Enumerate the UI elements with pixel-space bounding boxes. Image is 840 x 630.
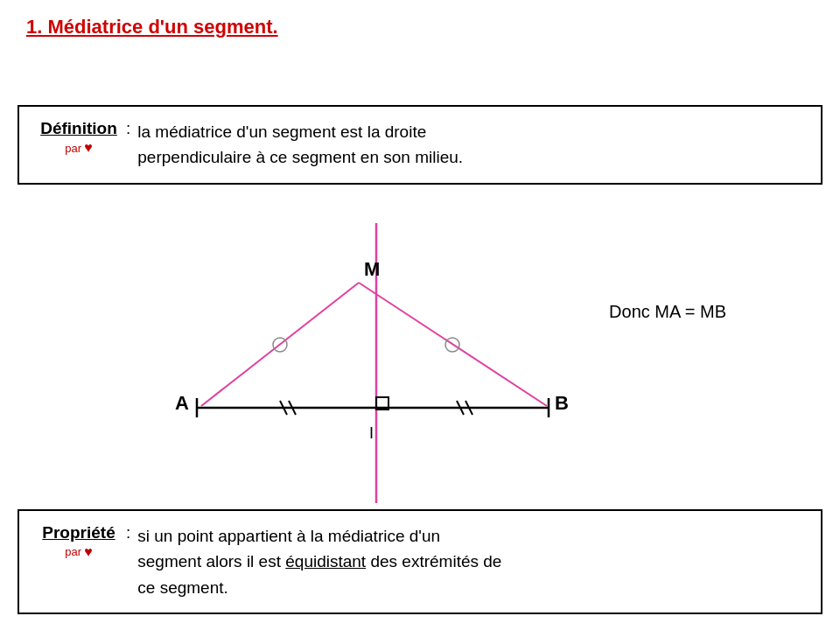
property-par-label: par ♥ (65, 544, 92, 560)
property-equidistant: équidistant (285, 552, 366, 570)
donc-text: Donc MA = MB (609, 302, 726, 322)
par-label: par ♥ (65, 140, 92, 156)
diagram-area: M A B I Donc MA = MB (0, 223, 840, 503)
svg-text:B: B (555, 392, 569, 414)
heart-icon: ♥ (84, 140, 93, 156)
definition-line2: perpendiculaire à ce segment en son mili… (137, 148, 463, 166)
par-text: par (65, 142, 81, 155)
definition-line1: la médiatrice d'un segment est la droite (137, 122, 426, 141)
diagram-svg: M A B I (0, 223, 840, 503)
property-label-wrap: Propriété par ♥ (35, 523, 122, 560)
svg-text:I: I (369, 424, 374, 442)
property-line2a: segment alors il est (137, 552, 281, 570)
definition-label: Définition (40, 119, 117, 138)
property-box: Propriété par ♥ : si un point appartient… (18, 509, 822, 614)
svg-line-10 (359, 283, 547, 406)
svg-text:A: A (175, 392, 189, 414)
property-line3: ce segment. (137, 578, 228, 597)
svg-text:M: M (364, 258, 380, 280)
definition-label-wrap: Définition par ♥ (35, 119, 122, 156)
definition-box: Définition par ♥ : la médiatrice d'un se… (18, 105, 822, 185)
property-label: Propriété (42, 523, 115, 542)
property-par-text: par (65, 545, 81, 558)
definition-text: la médiatrice d'un segment est la droite… (137, 119, 805, 171)
definition-colon: : (126, 119, 130, 138)
property-colon: : (126, 523, 130, 542)
property-text: si un point appartient à la médiatrice d… (137, 523, 805, 600)
page-title: 1. Médiatrice d'un segment. (26, 16, 278, 38)
property-line1: si un point appartient à la médiatrice d… (137, 527, 440, 545)
property-heart-icon: ♥ (84, 544, 93, 560)
svg-line-9 (201, 283, 359, 406)
property-line2b: des extrémités de (370, 552, 501, 570)
